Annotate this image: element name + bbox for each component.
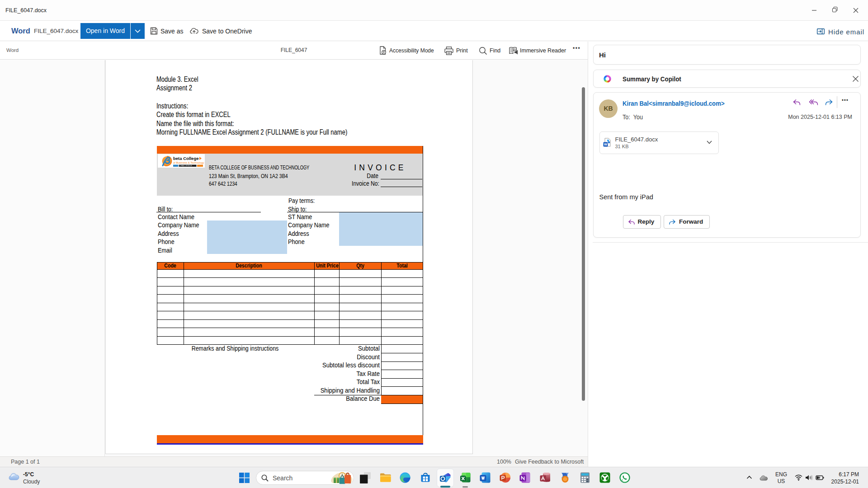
svg-text:of Business & Technology: of Business & Technology	[173, 161, 204, 164]
svg-text:C H A L L E N G E: C H A L L E N G E	[179, 165, 192, 167]
svg-text:W: W	[604, 142, 607, 146]
svg-text:beta College: beta College	[173, 156, 199, 161]
